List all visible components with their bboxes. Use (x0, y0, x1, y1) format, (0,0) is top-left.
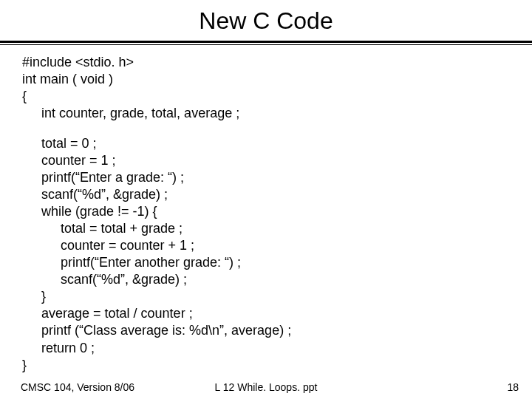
slide-title: New C Code (0, 0, 532, 41)
code-line: int main ( void ) (22, 71, 532, 88)
code-line: counter = counter + 1 ; (22, 237, 532, 254)
code-line: printf(“Enter another grade: “) ; (22, 254, 532, 271)
code-line: int counter, grade, total, average ; (22, 105, 532, 122)
code-line: #include <stdio. h> (22, 54, 532, 71)
code-line: } (22, 357, 532, 374)
code-line: } (22, 288, 532, 305)
title-divider (0, 41, 532, 45)
code-line: printf (“Class average is: %d\n”, averag… (22, 322, 532, 339)
code-line: scanf(“%d”, &grade) ; (22, 271, 532, 288)
code-line: average = total / counter ; (22, 305, 532, 322)
footer-right: 18 (507, 381, 519, 393)
code-line: return 0 ; (22, 340, 532, 357)
footer-center: L 12 While. Loops. ppt (215, 381, 318, 393)
code-block: #include <stdio. h> int main ( void ) { … (0, 45, 532, 374)
code-line: { (22, 88, 532, 105)
footer-left: CMSC 104, Version 8/06 (21, 381, 134, 393)
code-line: printf(“Enter a grade: “) ; (22, 169, 532, 186)
code-line: scanf(“%d”, &grade) ; (22, 186, 532, 203)
code-line: total = 0 ; (22, 135, 532, 152)
code-line: total = total + grade ; (22, 220, 532, 237)
code-line: counter = 1 ; (22, 152, 532, 169)
code-line: while (grade != -1) { (22, 203, 532, 220)
slide-footer: CMSC 104, Version 8/06 L 12 While. Loops… (0, 381, 532, 393)
